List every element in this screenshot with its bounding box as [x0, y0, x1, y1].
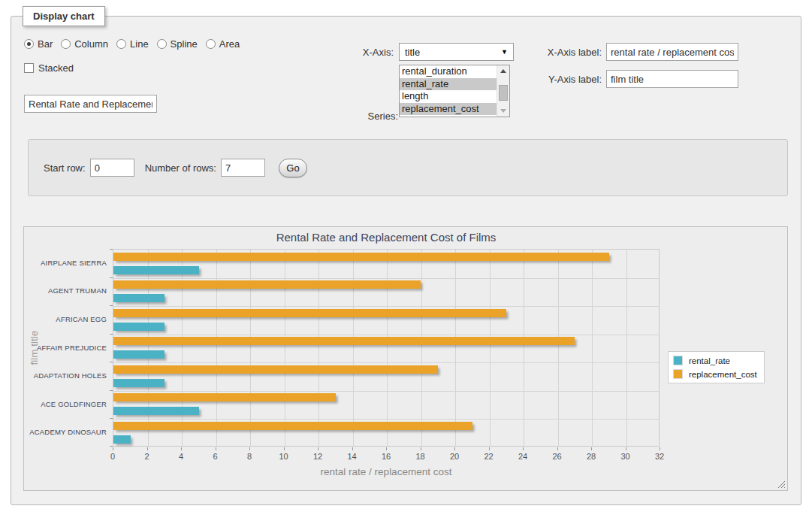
legend-swatch — [673, 369, 683, 379]
series-listbox[interactable]: rental_durationrental_ratelengthreplacem… — [399, 65, 510, 117]
resize-handle-icon[interactable] — [777, 480, 785, 488]
legend-item: replacement_cost — [673, 369, 757, 379]
x-tick-mark — [591, 447, 592, 450]
series-option[interactable]: replacement_cost — [400, 103, 497, 116]
go-button[interactable]: Go — [279, 159, 307, 177]
bar-replacement-cost — [113, 309, 506, 317]
x-tick-mark — [318, 447, 318, 450]
num-rows-input[interactable] — [221, 159, 265, 177]
x-tick-mark — [557, 447, 558, 450]
scrollbar-thumb[interactable] — [499, 85, 508, 101]
gridline — [558, 250, 559, 446]
bar-rental-rate — [113, 266, 199, 274]
radio-area[interactable] — [206, 39, 216, 49]
x-tick-mark — [352, 447, 353, 450]
x-tick-label: 16 — [375, 452, 397, 461]
chevron-down-icon: ▼ — [501, 48, 508, 56]
x-tick-label: 0 — [101, 452, 124, 461]
x-tick-label: 10 — [273, 452, 295, 461]
x-tick-mark — [660, 447, 660, 450]
x-tick-label: 12 — [306, 452, 329, 461]
y-axis-title: film title — [29, 249, 41, 447]
bar-rental-rate — [113, 323, 165, 331]
radio-line-label: Line — [130, 38, 149, 50]
y-tick-mark — [110, 305, 113, 306]
chart: Rental Rate and Replacement Cost of Film… — [23, 226, 788, 491]
x-tick-mark — [454, 447, 455, 450]
gridline — [113, 335, 659, 335]
x-tick-mark — [284, 447, 285, 450]
series-option[interactable]: rental_rate — [400, 78, 497, 91]
x-tick-mark — [421, 447, 421, 450]
x-tick-label: 24 — [512, 452, 534, 461]
gridline — [421, 250, 422, 446]
x-tick-label: 30 — [614, 452, 637, 461]
x-tick-label: 22 — [478, 452, 500, 461]
listbox-scrollbar[interactable] — [497, 65, 509, 117]
x-axis-label-input[interactable] — [606, 43, 738, 61]
series-option[interactable]: rental_duration — [400, 65, 497, 78]
gridline — [285, 250, 285, 446]
y-tick-mark — [110, 390, 113, 391]
gridline — [113, 362, 659, 363]
bar-replacement-cost — [113, 253, 609, 261]
radio-bar[interactable] — [24, 39, 34, 49]
row-range-panel: Start row: Number of rows: Go — [28, 139, 788, 196]
bar-replacement-cost — [113, 280, 421, 289]
bar-replacement-cost — [113, 365, 438, 374]
y-axis-label-input[interactable] — [606, 70, 738, 88]
radio-spline[interactable] — [157, 39, 167, 49]
bar-replacement-cost — [113, 422, 472, 430]
x-tick-mark — [626, 447, 626, 450]
radio-area-label: Area — [219, 38, 240, 50]
x-tick-label: 18 — [409, 452, 432, 461]
num-rows-label: Number of rows: — [145, 162, 216, 174]
x-tick-mark — [489, 447, 490, 450]
stacked-checkbox[interactable] — [24, 63, 34, 73]
radio-column[interactable] — [61, 39, 71, 49]
series-options: rental_durationrental_ratelengthreplacem… — [400, 65, 509, 115]
x-tick-mark — [147, 447, 148, 450]
radio-column-label: Column — [74, 38, 108, 50]
gridline — [113, 391, 659, 392]
start-row-input[interactable] — [90, 159, 134, 177]
legend-label: replacement_cost — [689, 370, 757, 379]
legend-label: rental_rate — [689, 356, 730, 365]
y-tick-mark — [110, 334, 113, 335]
x-tick-label: 14 — [341, 452, 364, 461]
gridline — [113, 419, 659, 420]
y-tick-mark — [110, 277, 113, 278]
gridline — [353, 250, 354, 446]
gridline — [387, 250, 388, 446]
gridline — [318, 250, 319, 446]
x-axis-select[interactable]: title ▼ — [399, 43, 514, 61]
start-row-label: Start row: — [44, 162, 86, 174]
legend-swatch — [673, 356, 683, 365]
scroll-down-icon[interactable] — [497, 105, 509, 117]
series-option[interactable]: length — [400, 90, 497, 103]
x-tick-mark — [523, 447, 524, 450]
chart-title-input[interactable] — [24, 95, 157, 113]
x-axis-select-label: X-Axis: — [331, 47, 394, 58]
gridline — [250, 250, 251, 446]
bar-replacement-cost — [113, 337, 575, 345]
radio-line[interactable] — [116, 39, 126, 49]
x-tick-label: 26 — [546, 452, 569, 461]
scroll-up-icon[interactable] — [497, 65, 509, 77]
legend-item: rental_rate — [673, 356, 757, 365]
gridline — [148, 250, 149, 446]
x-tick-mark — [113, 447, 113, 450]
gridline — [113, 306, 659, 307]
x-tick-label: 32 — [648, 452, 671, 461]
stacked-label: Stacked — [38, 62, 74, 74]
x-tick-label: 28 — [580, 452, 602, 461]
panel-title: Display chart — [23, 6, 105, 26]
x-tick-label: 4 — [170, 452, 192, 461]
chart-legend: rental_ratereplacement_cost — [668, 351, 765, 383]
gridline — [216, 250, 217, 446]
radio-spline-label: Spline — [171, 38, 198, 50]
bar-rental-rate — [113, 435, 131, 444]
stacked-checkbox-row: Stacked — [24, 62, 74, 74]
x-tick-mark — [181, 447, 182, 450]
x-axis-selected-value: title — [405, 47, 420, 58]
